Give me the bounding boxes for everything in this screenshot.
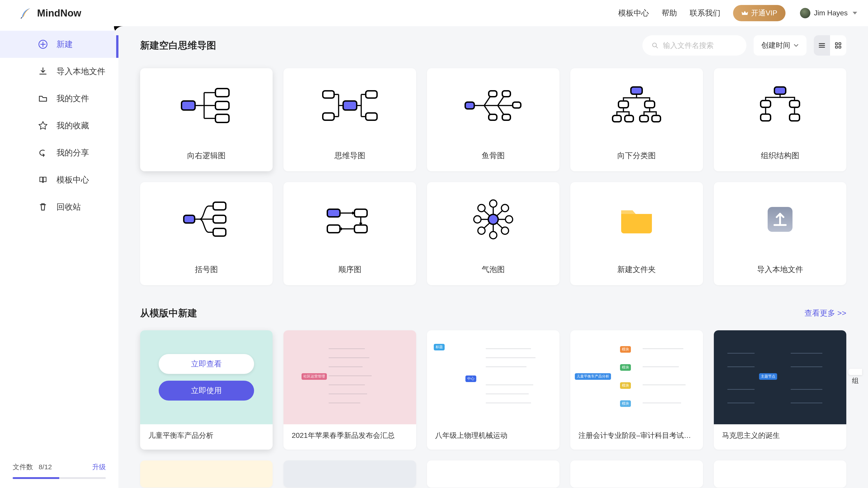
sidebar-item-label: 我的文件 [57,93,89,104]
blank-template-grid: 向右逻辑图 思维导图 [140,68,846,285]
svg-rect-15 [465,102,474,109]
grid-icon [834,41,842,50]
svg-rect-21 [631,87,642,94]
template-card-import-local[interactable]: 导入本地文件 [714,182,846,285]
template-card-right-logic[interactable]: 向右逻辑图 [140,68,273,171]
svg-rect-16 [489,91,497,97]
mindmap-icon [320,86,379,125]
header-nav: 模板中心 帮助 联系我们 开通VIP [618,5,785,21]
preview-button[interactable]: 立即查看 [159,354,254,374]
tree-down-icon [610,85,664,126]
project-thumb [714,460,846,488]
project-label: 注册会计专业阶段–审计科目考试大纲… [570,424,703,450]
svg-point-44 [474,216,481,223]
chevron-down-icon [794,43,799,48]
sidebar-item-share[interactable]: 我的分享 [0,139,119,166]
svg-rect-2 [835,43,837,45]
search-input[interactable] [663,41,737,50]
view-list-button[interactable] [814,35,830,56]
template-thumb [283,182,416,257]
project-grid-row2 [140,460,846,488]
template-label: 思维导图 [283,143,416,171]
svg-rect-32 [789,114,800,121]
vip-button[interactable]: 开通VIP [733,5,785,21]
svg-point-47 [501,204,508,212]
logo[interactable]: MindNow [20,7,81,20]
template-card-sequence[interactable]: 顺序图 [283,182,416,285]
upgrade-link[interactable]: 升级 [92,462,106,472]
right-logic-icon [179,86,234,125]
template-card-org[interactable]: 组织结构图 [714,68,846,171]
svg-point-45 [505,216,513,223]
sidebar-item-label: 我的分享 [57,147,89,158]
user-menu[interactable]: Jim Hayes [800,8,857,18]
project-card-peek[interactable] [140,460,273,488]
template-label: 组织结构图 [714,143,846,171]
view-grid-button[interactable] [830,35,846,56]
sidebar-item-label: 我的收藏 [57,120,89,131]
project-card[interactable]: 儿童平衡车产品分析 模块 模块 模块 模块 注册会计专业阶段–审计科目考试大纲… [570,330,703,450]
project-card-peek[interactable] [714,460,846,488]
sidebar-item-trash[interactable]: 回收站 [0,193,119,221]
section-title-from-template: 从模版中新建 [140,307,197,320]
template-card-fishbone[interactable]: 鱼骨图 [427,68,559,171]
svg-rect-18 [513,102,521,108]
sort-dropdown[interactable]: 创建时间 [754,35,807,56]
template-label: 向右逻辑图 [140,143,273,171]
template-card-mindmap[interactable]: 思维导图 [283,68,416,171]
project-card-peek[interactable] [283,460,416,488]
template-card-bracket[interactable]: 括号图 [140,182,273,285]
sidebar-item-template-center[interactable]: 模板中心 [0,166,119,193]
trash-icon [38,202,48,212]
sidebar-item-label: 回收站 [57,201,81,213]
project-card[interactable]: 立即查看 立即使用 儿童平衡车产品分析 [140,330,273,450]
nav-contact[interactable]: 联系我们 [690,8,720,18]
folder-icon [38,94,48,103]
svg-rect-19 [489,114,497,120]
project-label: 儿童平衡车产品分析 [140,424,273,450]
feather-icon [20,7,33,20]
svg-rect-9 [215,114,229,123]
sidebar-item-import[interactable]: 导入本地文件 [0,58,119,85]
user-name: Jim Hayes [814,9,848,17]
project-card-peek[interactable] [570,460,703,488]
project-card[interactable]: 主题节点 马克思主义的诞生 [714,330,846,450]
project-card[interactable]: 社区运营管理 2021年苹果春季新品发布会汇总 [283,330,416,450]
see-more-link[interactable]: 查看更多 >> [804,308,846,318]
svg-point-43 [490,232,497,239]
template-thumb [140,182,273,257]
svg-point-49 [501,227,508,234]
search-box[interactable] [643,35,746,56]
template-card-bubble[interactable]: 气泡图 [427,182,559,285]
project-card[interactable]: 标题 中心 八年级上物理机械运动 [427,330,559,450]
sidebar-item-favorites[interactable]: 我的收藏 [0,112,119,139]
svg-rect-11 [323,91,334,98]
use-button[interactable]: 立即使用 [159,381,254,400]
template-thumb [140,68,273,143]
template-label: 新建文件夹 [570,257,703,285]
download-icon [38,66,48,76]
project-card-peek[interactable] [427,460,559,488]
template-card-new-folder[interactable]: 新建文件夹 [570,182,703,285]
folder-color-icon [618,203,655,235]
template-thumb [427,68,559,143]
svg-rect-37 [327,209,340,217]
vip-label: 开通VIP [751,8,777,18]
scroll-peek-badge[interactable]: 组 [848,369,862,375]
avatar [800,8,810,18]
sidebar-item-files[interactable]: 我的文件 [0,85,119,112]
svg-rect-40 [354,225,367,233]
project-thumb [570,460,703,488]
project-thumb [283,460,416,488]
bracket-icon [182,199,231,240]
project-label: 八年级上物理机械运动 [427,424,559,450]
svg-rect-27 [652,116,660,122]
svg-rect-22 [618,101,628,108]
nav-help[interactable]: 帮助 [662,8,677,18]
storage-progress [13,477,106,479]
sidebar-item-new[interactable]: 新建 [0,31,119,58]
svg-rect-33 [184,215,195,223]
svg-rect-10 [343,101,357,110]
template-card-tree-down[interactable]: 向下分类图 [570,68,703,171]
nav-templates[interactable]: 模板中心 [618,8,649,18]
